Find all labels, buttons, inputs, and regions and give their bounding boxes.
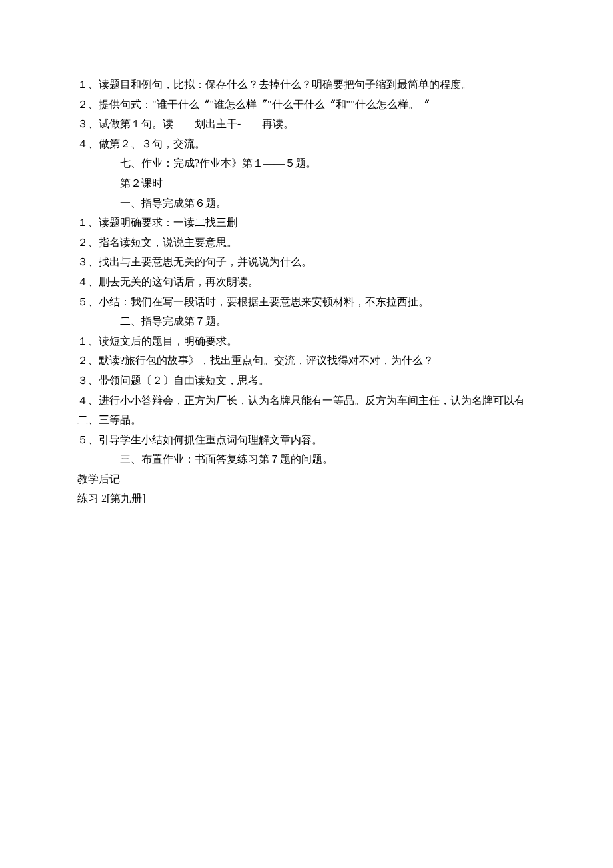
paragraph-line: 练习 2[第九册]: [77, 489, 536, 509]
paragraph-line: 一、指导完成第６题。: [77, 193, 536, 213]
paragraph-line: 第２课时: [77, 173, 536, 193]
paragraph-line: ３、带领问题〔２〕自由读短文，思考。: [77, 371, 536, 391]
paragraph-line: ４、进行小小答辩会，正方为厂长，认为名牌只能有一等品。反方为车间主任，认为名牌可…: [77, 391, 536, 430]
paragraph-line: ２、指名读短文，说说主要意思。: [77, 233, 536, 253]
paragraph-line: 三、布置作业：书面答复练习第７题的问题。: [77, 449, 536, 469]
document-page: １、读题目和例句，比拟：保存什么？去掉什么？明确要把句子缩到最简单的程度。 ２、…: [0, 0, 613, 509]
paragraph-line: 七、作业：完成?作业本》第１——５题。: [77, 153, 536, 173]
paragraph-line: １、读短文后的题目，明确要求。: [77, 331, 536, 351]
paragraph-line: ５、小结：我们在写一段话时，要根据主要意思来安顿材料，不东拉西扯。: [77, 292, 536, 312]
paragraph-line: ２、默读?旅行包的故事》，找出重点句。交流，评议找得对不对，为什么？: [77, 351, 536, 371]
paragraph-line: １、读题目和例句，比拟：保存什么？去掉什么？明确要把句子缩到最简单的程度。: [77, 75, 536, 95]
paragraph-line: 二、指导完成第７题。: [77, 311, 536, 331]
paragraph-line: １、读题明确要求：一读二找三删: [77, 213, 536, 233]
paragraph-line: ４、删去无关的这句话后，再次朗读。: [77, 272, 536, 292]
paragraph-line: ２、提供句式："谁干什么〞"谁怎么样〞"什么干什么〞和""什么怎么样。〞: [77, 95, 536, 115]
paragraph-line: 教学后记: [77, 469, 536, 489]
paragraph-line: ３、找出与主要意思无关的句子，并说说为什么。: [77, 252, 536, 272]
paragraph-line: ３、试做第１句。读——划出主干-——再读。: [77, 114, 536, 134]
paragraph-line: ４、做第２、３句，交流。: [77, 134, 536, 154]
paragraph-line: ５、引导学生小结如何抓住重点词句理解文章内容。: [77, 430, 536, 450]
